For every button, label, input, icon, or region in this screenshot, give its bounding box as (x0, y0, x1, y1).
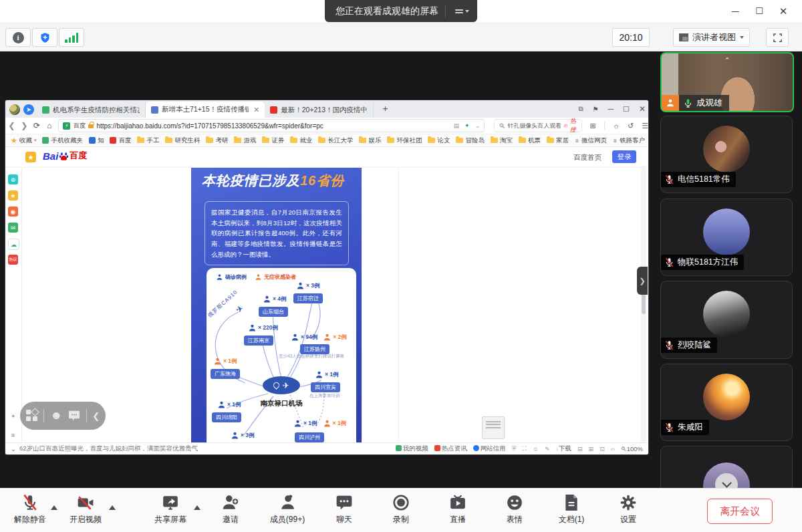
tab-close-icon[interactable]: ✕ (253, 106, 259, 114)
speed-mode-icon[interactable]: ⚡ (63, 122, 70, 130)
browser-tab-1[interactable]: 机电系学生疫情防控相关情况汇 (37, 102, 146, 118)
bookmark-item[interactable]: 百度 (110, 136, 131, 145)
weibo-icon[interactable]: ◉ (8, 207, 18, 217)
participant-tile-partial[interactable] (660, 446, 793, 488)
screenshot-icon[interactable]: ⛶ (522, 445, 526, 452)
download-button[interactable]: ↓下载 (556, 444, 572, 453)
bookmark-folder[interactable]: 家居 (547, 136, 569, 145)
bookmark-item[interactable]: 🗎铁路客户 (613, 136, 645, 145)
bookmark-folder[interactable]: 娱乐 (359, 136, 381, 145)
fullscreen-button[interactable] (766, 28, 789, 47)
docs-button[interactable]: 文档(1) (545, 494, 597, 525)
unmute-button[interactable]: 解除静音 (4, 494, 56, 525)
participant-tile-speaker[interactable]: ⌃ 成观雄 (660, 52, 794, 112)
banner-menu-button[interactable] (452, 8, 472, 15)
history-back-icon[interactable]: ↺ (628, 122, 634, 130)
my-videos-link[interactable]: 我的视频 (396, 444, 428, 453)
reader-icon[interactable]: ▤ (454, 122, 460, 129)
bookmark-folder[interactable]: 手工 (137, 136, 159, 145)
thumbnail-widget[interactable] (482, 416, 505, 439)
bookmark-folder[interactable]: 就业 (290, 136, 312, 145)
news-ticker[interactable]: 62岁山口百惠近照曝光，首度与儿媳妇同框，满面笑容优雅贵气 (19, 444, 198, 453)
bookmark-folder[interactable]: 研究生科 (165, 136, 200, 145)
cloud-icon[interactable]: ☁ (8, 239, 19, 250)
browser-minimize-button[interactable]: ─ (608, 104, 614, 114)
bookmark-star-icon[interactable]: ★ (25, 152, 36, 162)
mic-options-arrow[interactable] (51, 505, 57, 510)
bookmark-folder[interactable]: 机票 (519, 136, 541, 145)
browser-scrollbar[interactable] (641, 166, 646, 442)
bookmark-item[interactable]: 🗎微信网页 (575, 136, 607, 145)
home-button[interactable]: ⌂ (43, 121, 56, 130)
hot-news-link[interactable]: 热点资讯 (434, 444, 467, 453)
bookmark-item[interactable]: 手机收藏夹 (42, 136, 83, 145)
panel-expander[interactable]: ❯ (637, 267, 648, 295)
annotation-toolbar[interactable]: ☻ ❮ (20, 402, 106, 430)
members-button[interactable]: 成员(99+) (261, 494, 313, 525)
back-button[interactable]: ❮ (5, 121, 18, 130)
live-stream-button[interactable]: 直播 (432, 494, 484, 525)
sound-icon[interactable]: ‹› (611, 446, 615, 452)
panel-icon[interactable]: ⊟ (577, 446, 583, 452)
bookmark-favorites[interactable]: ★收藏▾ (11, 136, 36, 145)
mail-icon[interactable]: ✉ (8, 223, 18, 233)
chat-bubble-icon[interactable] (68, 410, 80, 421)
chevron-up-icon[interactable]: ⌃ (724, 56, 730, 65)
browser-tab-3[interactable]: 最新！20+213！国内疫情中高 (265, 102, 374, 118)
red-app-icon[interactable]: 热议 (8, 255, 18, 265)
participant-tile[interactable]: 烈咬陆鲨 (660, 281, 793, 359)
browser-menu-icon[interactable]: ☰ (642, 122, 648, 130)
split-icon[interactable]: ⊡ (599, 446, 605, 452)
add-icon[interactable]: ＋ (8, 411, 18, 421)
bookmark-folder[interactable]: 长江大学 (318, 136, 353, 145)
pen-icon[interactable]: ✎ (545, 446, 550, 452)
network-quality-button[interactable] (59, 28, 84, 47)
bookmark-folder[interactable]: 论文 (428, 136, 450, 145)
invite-button[interactable]: 邀请 (205, 494, 257, 525)
maximize-button[interactable]: ☐ (747, 0, 771, 22)
bookmark-folder[interactable]: 证券 (262, 136, 284, 145)
flag-icon[interactable]: ⚑ (593, 106, 599, 113)
bookmark-folder[interactable]: 冒险岛 (456, 136, 485, 145)
bookmark-folder[interactable]: 环保社团 (387, 136, 422, 145)
emoji-icon[interactable]: ☺ (533, 446, 539, 452)
share-options-arrow[interactable] (194, 505, 200, 510)
login-button[interactable]: 登录 (612, 150, 636, 163)
refresh-button[interactable]: ⟳ (31, 121, 43, 130)
chevron-down-icon[interactable]: ⌄ (11, 445, 16, 452)
window-icon[interactable]: ⊞ (589, 446, 594, 452)
site-credit-link[interactable]: 网站信用 (473, 444, 506, 453)
chevron-down-icon[interactable]: ⌄ (475, 122, 481, 129)
view-mode-selector[interactable]: 演讲者视图 (673, 28, 750, 47)
bookmark-folder[interactable]: 淘宝 (491, 136, 513, 145)
bookmark-folder[interactable]: 考研 (206, 136, 228, 145)
restore-tabs-icon[interactable]: ⧉ (578, 105, 583, 113)
list-icon[interactable]: ≡ (8, 430, 18, 440)
bolt-icon[interactable]: ✦ (464, 122, 470, 129)
favorites-star-icon[interactable]: ★ (8, 190, 18, 201)
shield-icon[interactable]: ⛨ (512, 445, 517, 452)
settings-button[interactable]: 设置 (602, 494, 654, 525)
browser-close-button[interactable]: ✕ (639, 104, 646, 114)
hot-search-box[interactable]: 🔍︎ 针孔摄像头百人观看 🔥︎ 热搜 (494, 119, 581, 132)
browser-profile-avatar[interactable] (9, 104, 20, 115)
video-options-arrow[interactable] (109, 505, 116, 510)
baidu-home-link[interactable]: 百度首页 (573, 153, 602, 162)
start-video-button[interactable]: 开启视频 (59, 494, 112, 525)
new-tab-button[interactable]: ＋ (380, 103, 390, 115)
browser-logo-icon[interactable]: ➤ (23, 104, 34, 115)
participant-tile[interactable]: 朱咸阳 (660, 364, 793, 441)
close-button[interactable]: ✕ (771, 0, 795, 22)
participant-tile[interactable]: 电信5181常伟 (660, 116, 793, 193)
baidu-logo[interactable]: Bai 百度 (43, 150, 87, 162)
collapse-chevron-icon[interactable]: ❮ (92, 411, 100, 421)
translate-icon[interactable]: ⊕ (8, 174, 18, 184)
minimize-button[interactable]: ─ (723, 0, 747, 22)
security-button[interactable] (32, 28, 57, 47)
bookmark-item[interactable]: 知 (89, 136, 104, 145)
forward-button[interactable]: ❯ (18, 121, 31, 130)
bookmark-folder[interactable]: 游戏 (234, 136, 256, 145)
meeting-info-button[interactable]: i (5, 28, 31, 47)
chat-button[interactable]: 聊天 (318, 494, 370, 525)
annotation-shapes-icon[interactable] (26, 410, 38, 422)
